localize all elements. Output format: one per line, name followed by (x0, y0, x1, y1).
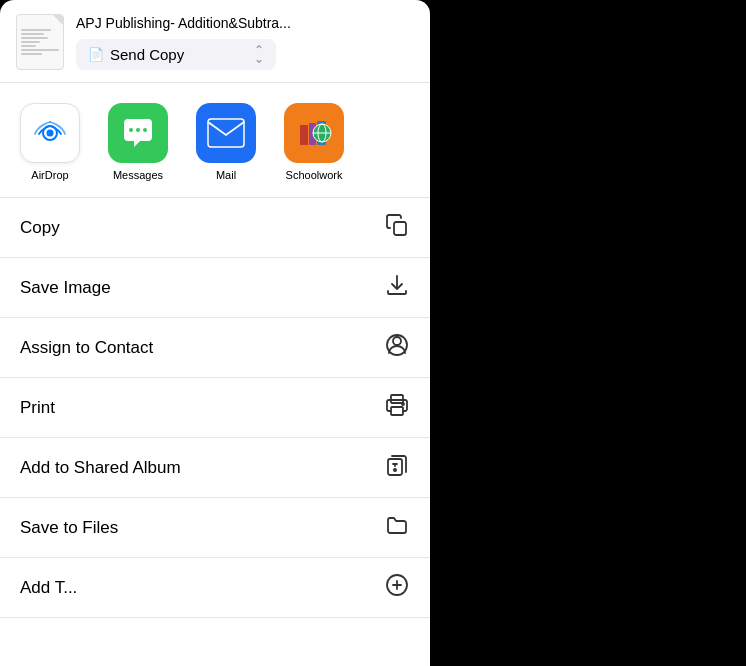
airdrop-icon (20, 103, 80, 163)
header-info: APJ Publishing- Addition&Subtra... 📄 Sen… (76, 15, 414, 70)
send-copy-button[interactable]: 📄 Send Copy ⌃ ⌃ (76, 39, 276, 70)
app-item-airdrop[interactable]: AirDrop (16, 103, 84, 181)
svg-rect-17 (391, 407, 403, 415)
copy-icon (384, 213, 410, 242)
doc-thumbnail (16, 14, 64, 70)
action-add-shared-album[interactable]: Add to Shared Album (0, 438, 430, 498)
action-save-image-label: Save Image (20, 278, 111, 298)
messages-icon (108, 103, 168, 163)
svg-point-14 (393, 337, 401, 345)
action-add-shared-album-label: Add to Shared Album (20, 458, 181, 478)
chevron-updown-icon: ⌃ ⌃ (254, 46, 264, 63)
svg-point-20 (393, 468, 397, 472)
svg-rect-5 (208, 119, 244, 147)
save-image-icon (384, 273, 410, 302)
add-tags-icon (384, 573, 410, 602)
doc-icon: 📄 (88, 47, 104, 62)
doc-title: APJ Publishing- Addition&Subtra... (76, 15, 414, 31)
mail-icon (196, 103, 256, 163)
share-sheet-header: APJ Publishing- Addition&Subtra... 📄 Sen… (0, 0, 430, 83)
save-files-icon (384, 513, 410, 542)
svg-point-18 (402, 403, 404, 405)
svg-point-3 (136, 128, 140, 132)
share-sheet: APJ Publishing- Addition&Subtra... 📄 Sen… (0, 0, 430, 666)
svg-point-2 (129, 128, 133, 132)
schoolwork-label: Schoolwork (286, 169, 343, 181)
add-shared-album-icon (384, 453, 410, 482)
send-copy-label: Send Copy (110, 46, 184, 63)
svg-rect-13 (394, 222, 406, 235)
airdrop-label: AirDrop (31, 169, 68, 181)
action-save-image[interactable]: Save Image (0, 258, 430, 318)
action-assign-contact-label: Assign to Contact (20, 338, 153, 358)
mail-label: Mail (216, 169, 236, 181)
action-save-files-label: Save to Files (20, 518, 118, 538)
svg-point-4 (143, 128, 147, 132)
svg-rect-6 (300, 125, 308, 145)
print-icon (384, 393, 410, 422)
apps-section: AirDrop Messages (0, 83, 430, 198)
schoolwork-icon (284, 103, 344, 163)
app-item-messages[interactable]: Messages (104, 103, 172, 181)
action-add-tags-label: Add T... (20, 578, 77, 598)
app-item-schoolwork[interactable]: Schoolwork (280, 103, 348, 181)
action-print[interactable]: Print (0, 378, 430, 438)
action-save-files[interactable]: Save to Files (0, 498, 430, 558)
assign-contact-icon (384, 333, 410, 362)
action-print-label: Print (20, 398, 55, 418)
right-area (430, 0, 746, 666)
action-copy-label: Copy (20, 218, 60, 238)
apps-row: AirDrop Messages (16, 103, 414, 181)
messages-label: Messages (113, 169, 163, 181)
svg-point-1 (47, 130, 54, 137)
svg-rect-16 (391, 395, 403, 403)
action-copy[interactable]: Copy (0, 198, 430, 258)
action-add-tags[interactable]: Add T... (0, 558, 430, 618)
action-list: Copy Save Image Assign to Contact (0, 198, 430, 666)
svg-rect-19 (388, 459, 402, 475)
action-assign-contact[interactable]: Assign to Contact (0, 318, 430, 378)
app-item-mail[interactable]: Mail (192, 103, 260, 181)
